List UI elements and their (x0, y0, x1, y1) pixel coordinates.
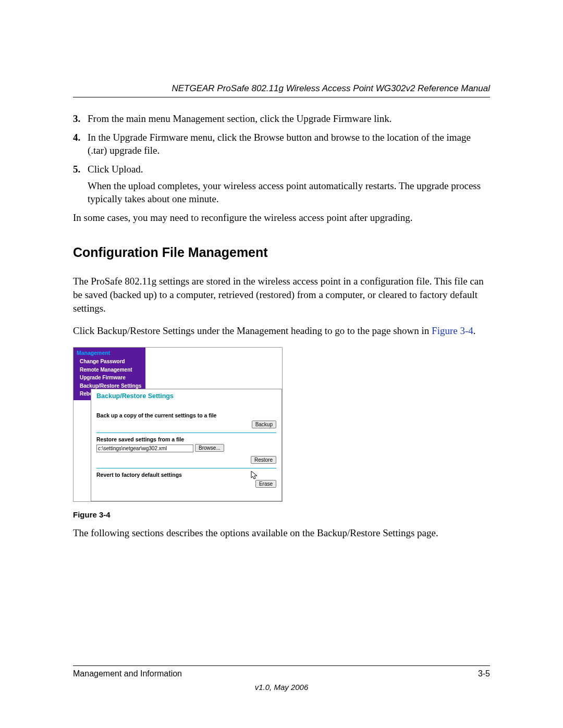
footer-version: v1.0, May 2006 (73, 683, 490, 692)
footer-page-number: 3-5 (478, 669, 490, 678)
paragraph-after-steps: In some cases, you may need to reconfigu… (73, 211, 490, 225)
backup-button[interactable]: Backup (252, 421, 276, 428)
sidebar-item-upgrade-firmware[interactable]: Upgrade Firmware (77, 374, 142, 382)
footer-rule (73, 665, 490, 666)
paragraph-after-figure: The following sections describes the opt… (73, 526, 490, 540)
step-text: Click Upload. When the upload completes,… (88, 163, 490, 206)
step-text: In the Upgrade Firmware menu, click the … (88, 131, 490, 157)
restore-button[interactable]: Restore (251, 456, 276, 464)
p2-part-a: Click Backup/Restore Settings under the … (73, 325, 432, 336)
sidebar-item-change-password[interactable]: Change Password (77, 357, 142, 366)
restore-file-path-input[interactable] (96, 445, 193, 452)
numbered-steps: 3. From the main menu Management section… (73, 112, 490, 206)
backup-restore-screenshot: Management Change Password Remote Manage… (73, 347, 283, 502)
divider (96, 468, 276, 468)
section-paragraph-2: Click Backup/Restore Settings under the … (73, 324, 490, 338)
p2-part-b: . (473, 325, 476, 336)
step-3: 3. From the main menu Management section… (73, 112, 490, 126)
footer-section-title: Management and Information (73, 669, 182, 678)
sidebar-item-remote-management[interactable]: Remote Management (77, 366, 142, 374)
step-number: 3. (73, 112, 88, 126)
figure-caption: Figure 3-4 (73, 510, 490, 519)
restore-label: Restore saved settings from a file (96, 436, 276, 442)
backup-label: Back up a copy of the current settings t… (96, 412, 276, 418)
revert-label: Revert to factory default settings (96, 472, 276, 478)
management-heading: Management (77, 350, 142, 356)
step-text-main: Click Upload. (88, 164, 143, 175)
running-header: NETGEAR ProSafe 802.11g Wireless Access … (73, 83, 490, 97)
page-footer: Management and Information 3-5 v1.0, May… (73, 665, 490, 692)
step-number: 5. (73, 163, 88, 206)
step-number: 4. (73, 131, 88, 157)
step-text-extra: When the upload completes, your wireless… (88, 179, 490, 206)
panel-title: Backup/Restore Settings (96, 391, 276, 410)
step-4: 4. In the Upgrade Firmware menu, click t… (73, 131, 490, 157)
step-5: 5. Click Upload. When the upload complet… (73, 163, 490, 206)
figure-3-4: Management Change Password Remote Manage… (73, 347, 490, 519)
erase-button[interactable]: Erase (255, 480, 276, 488)
section-heading: Configuration File Management (73, 245, 490, 260)
section-paragraph-1: The ProSafe 802.11g settings are stored … (73, 275, 490, 315)
step-text: From the main menu Management section, c… (88, 112, 490, 126)
backup-restore-panel: Backup/Restore Settings Back up a copy o… (91, 389, 282, 501)
divider (96, 433, 276, 433)
figure-reference-link[interactable]: Figure 3-4 (432, 325, 473, 336)
browse-button[interactable]: Browse... (195, 444, 224, 452)
